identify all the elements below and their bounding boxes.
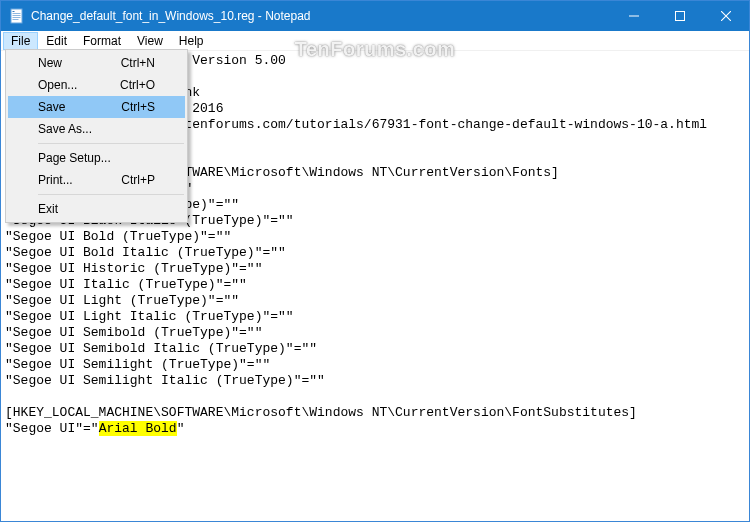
menu-item-save[interactable]: Save Ctrl+S: [8, 96, 185, 118]
menu-edit[interactable]: Edit: [38, 32, 75, 50]
menu-item-shortcut: Ctrl+P: [121, 173, 155, 187]
window-controls: [611, 1, 749, 31]
svg-rect-4: [13, 17, 21, 18]
window-title: Change_default_font_in_Windows_10.reg - …: [31, 9, 611, 23]
maximize-button[interactable]: [657, 1, 703, 31]
text-line: "Segoe UI Semibold Italic (TrueType)"="": [5, 341, 317, 356]
text-line: "Segoe UI Light (TrueType)"="": [5, 293, 239, 308]
svg-rect-7: [676, 12, 685, 21]
text-line: "Segoe UI Historic (TrueType)"="": [5, 261, 262, 276]
svg-rect-2: [13, 13, 21, 14]
text-line: [HKEY_LOCAL_MACHINE\SOFTWARE\Microsoft\W…: [5, 405, 637, 420]
menu-item-page-setup[interactable]: Page Setup...: [8, 147, 185, 169]
menu-item-shortcut: Ctrl+O: [120, 78, 155, 92]
menu-separator: [38, 194, 184, 195]
titlebar[interactable]: Change_default_font_in_Windows_10.reg - …: [1, 1, 749, 31]
menu-item-open[interactable]: Open... Ctrl+O: [8, 74, 185, 96]
menu-item-save-as[interactable]: Save As...: [8, 118, 185, 140]
highlighted-text: Arial Bold: [99, 421, 177, 436]
menu-item-label: Page Setup...: [38, 151, 155, 165]
menu-view[interactable]: View: [129, 32, 171, 50]
minimize-button[interactable]: [611, 1, 657, 31]
menu-item-label: Save As...: [38, 122, 155, 136]
menu-item-label: Exit: [38, 202, 155, 216]
menu-file[interactable]: File: [3, 32, 38, 50]
app-icon: [9, 8, 25, 24]
menu-item-shortcut: Ctrl+S: [121, 100, 155, 114]
menu-item-label: New: [38, 56, 121, 70]
text-line: "Segoe UI Light Italic (TrueType)"="": [5, 309, 294, 324]
menu-item-shortcut: Ctrl+N: [121, 56, 155, 70]
close-button[interactable]: [703, 1, 749, 31]
text-line: "Segoe UI Semilight Italic (TrueType)"="…: [5, 373, 325, 388]
svg-rect-3: [13, 15, 21, 16]
text-line: "Segoe UI"=": [5, 421, 99, 436]
text-line: "Segoe UI Semibold (TrueType)"="": [5, 325, 262, 340]
text-line: "Segoe UI Italic (TrueType)"="": [5, 277, 247, 292]
menu-item-label: Open...: [38, 78, 120, 92]
menu-item-print[interactable]: Print... Ctrl+P: [8, 169, 185, 191]
menu-help[interactable]: Help: [171, 32, 212, 50]
svg-rect-6: [629, 16, 639, 17]
menu-item-new[interactable]: New Ctrl+N: [8, 52, 185, 74]
menu-item-label: Save: [38, 100, 121, 114]
menu-format[interactable]: Format: [75, 32, 129, 50]
menu-separator: [38, 143, 184, 144]
text-line: "Segoe UI Semilight (TrueType)"="": [5, 357, 270, 372]
menubar: File Edit Format View Help: [1, 31, 749, 51]
file-menu-dropdown: New Ctrl+N Open... Ctrl+O Save Ctrl+S Sa…: [5, 49, 188, 223]
svg-rect-1: [13, 11, 15, 12]
text-line: "Segoe UI Bold Italic (TrueType)"="": [5, 245, 286, 260]
text-line: "Segoe UI Bold (TrueType)"="": [5, 229, 231, 244]
text-line: ": [177, 421, 185, 436]
menu-item-label: Print...: [38, 173, 121, 187]
menu-item-exit[interactable]: Exit: [8, 198, 185, 220]
svg-rect-5: [13, 19, 19, 20]
